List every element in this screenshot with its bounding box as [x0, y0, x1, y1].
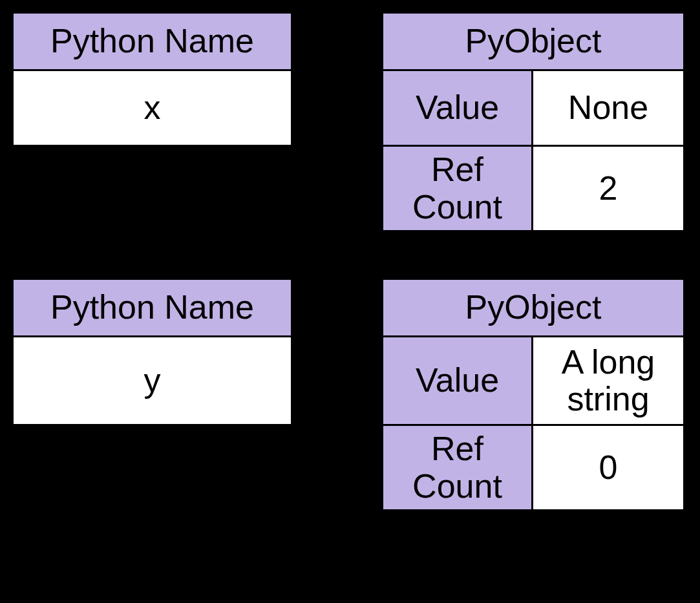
python-name-value-1: x [12, 69, 293, 147]
pyobject-2-refcount-label: Ref Count [381, 424, 533, 511]
pyobject-header-2: PyObject [381, 278, 685, 337]
pyobject-1-refcount-label: Ref Count [381, 145, 533, 232]
pyobject-1-value-label: Value [381, 69, 533, 147]
python-name-header-2: Python Name [12, 278, 293, 337]
pyobject-2-refcount: 0 [531, 424, 685, 511]
python-name-value-2: y [12, 335, 293, 426]
pyobject-header-1: PyObject [381, 12, 685, 71]
pyobject-2-value: A long string [531, 335, 685, 426]
python-name-header-1: Python Name [12, 12, 293, 71]
pyobject-2-value-label: Value [381, 335, 533, 426]
pyobject-1-value: None [531, 69, 685, 147]
pyobject-1-refcount: 2 [531, 145, 685, 232]
